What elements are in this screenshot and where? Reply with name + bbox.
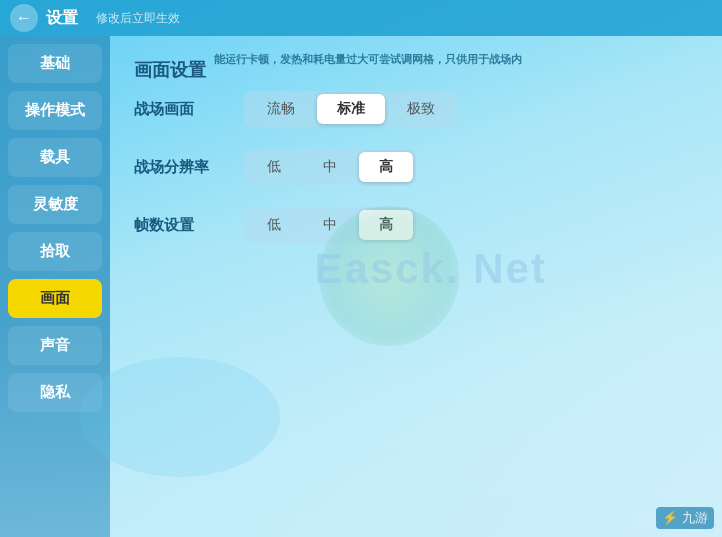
main-layout: 基础 操作模式 载具 灵敏度 拾取 画面 声音 隐私 画面设置 能运行卡顿，发热…	[0, 36, 722, 537]
frame-setting-options: 低 中 高	[244, 207, 416, 243]
section-title: 画面设置 能运行卡顿，发热和耗电量过大可尝试调网格，只供用于战场内	[134, 52, 698, 87]
battle-screen-option-ultra[interactable]: 极致	[387, 94, 455, 124]
page-title: 设置	[46, 8, 78, 29]
battle-screen-option-smooth[interactable]: 流畅	[247, 94, 315, 124]
sidebar-item-screen[interactable]: 画面	[8, 279, 102, 318]
battle-screen-option-standard[interactable]: 标准	[317, 94, 385, 124]
logo-badge: ⚡ 九游	[656, 507, 714, 529]
sidebar-item-sensitivity[interactable]: 灵敏度	[8, 185, 102, 224]
top-bar: ← 设置 修改后立即生效	[0, 0, 722, 36]
sidebar-item-privacy[interactable]: 隐私	[8, 373, 102, 412]
battle-resolution-options: 低 中 高	[244, 149, 416, 185]
frame-setting-row: 帧数设置 低 中 高	[134, 207, 698, 243]
sidebar: 基础 操作模式 载具 灵敏度 拾取 画面 声音 隐私	[0, 36, 110, 537]
battle-screen-row: 战场画面 流畅 标准 极致	[134, 91, 698, 127]
battle-resolution-label: 战场分辨率	[134, 158, 224, 177]
frame-option-high[interactable]: 高	[359, 210, 413, 240]
battle-resolution-option-mid[interactable]: 中	[303, 152, 357, 182]
sidebar-item-sound[interactable]: 声音	[8, 326, 102, 365]
battle-resolution-option-high[interactable]: 高	[359, 152, 413, 182]
section-desc: 能运行卡顿，发热和耗电量过大可尝试调网格，只供用于战场内	[214, 52, 522, 67]
page-subtitle: 修改后立即生效	[96, 10, 180, 27]
sidebar-item-basic[interactable]: 基础	[8, 44, 102, 83]
frame-setting-label: 帧数设置	[134, 216, 224, 235]
content-area: 画面设置 能运行卡顿，发热和耗电量过大可尝试调网格，只供用于战场内 战场画面 流…	[110, 36, 722, 537]
back-button[interactable]: ←	[10, 4, 38, 32]
frame-option-mid[interactable]: 中	[303, 210, 357, 240]
frame-option-low[interactable]: 低	[247, 210, 301, 240]
sidebar-item-operation[interactable]: 操作模式	[8, 91, 102, 130]
battle-screen-label: 战场画面	[134, 100, 224, 119]
logo-icon: ⚡	[662, 510, 678, 525]
battle-screen-options: 流畅 标准 极致	[244, 91, 458, 127]
battle-resolution-row: 战场分辨率 低 中 高	[134, 149, 698, 185]
battle-resolution-option-low[interactable]: 低	[247, 152, 301, 182]
sidebar-item-pickup[interactable]: 拾取	[8, 232, 102, 271]
sidebar-item-vehicle[interactable]: 载具	[8, 138, 102, 177]
